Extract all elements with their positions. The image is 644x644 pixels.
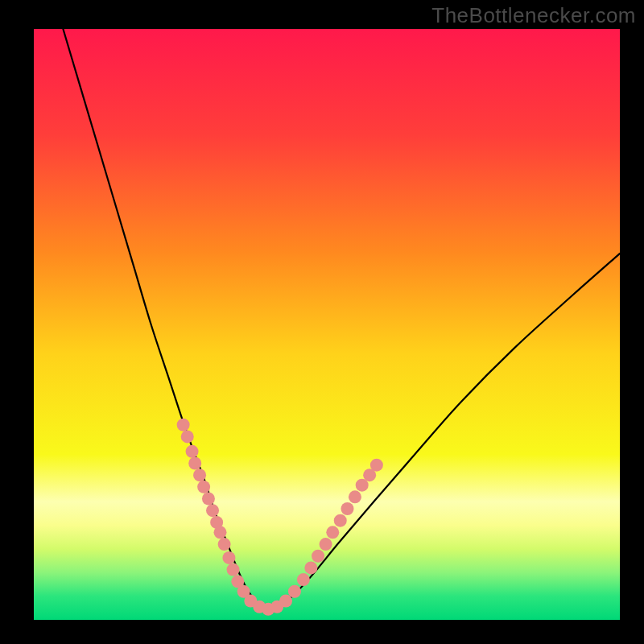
highlight-dot xyxy=(370,459,383,472)
highlight-dot xyxy=(320,538,332,551)
highlight-dot xyxy=(222,551,235,564)
highlight-dot xyxy=(227,564,240,576)
highlight-dot xyxy=(202,493,215,506)
highlight-dot xyxy=(341,502,353,515)
highlight-dot xyxy=(193,469,206,481)
highlight-dot xyxy=(186,445,199,458)
bottleneck-chart xyxy=(0,0,644,644)
highlight-dot xyxy=(334,514,347,527)
highlight-dot xyxy=(197,481,210,493)
highlight-dot xyxy=(349,490,361,503)
highlight-dot xyxy=(312,550,324,563)
highlight-dot xyxy=(214,526,227,539)
highlight-dot xyxy=(297,573,310,586)
highlight-dot xyxy=(181,430,194,443)
highlight-dot xyxy=(177,419,190,431)
highlight-dot xyxy=(304,561,317,574)
highlight-dot xyxy=(206,504,219,517)
highlight-dot xyxy=(288,585,301,598)
highlight-dot xyxy=(326,526,339,539)
highlight-dot xyxy=(279,595,292,608)
highlight-dot xyxy=(218,538,231,551)
highlight-dot xyxy=(188,456,201,469)
chart-frame: TheBottlenecker.com xyxy=(0,0,644,644)
